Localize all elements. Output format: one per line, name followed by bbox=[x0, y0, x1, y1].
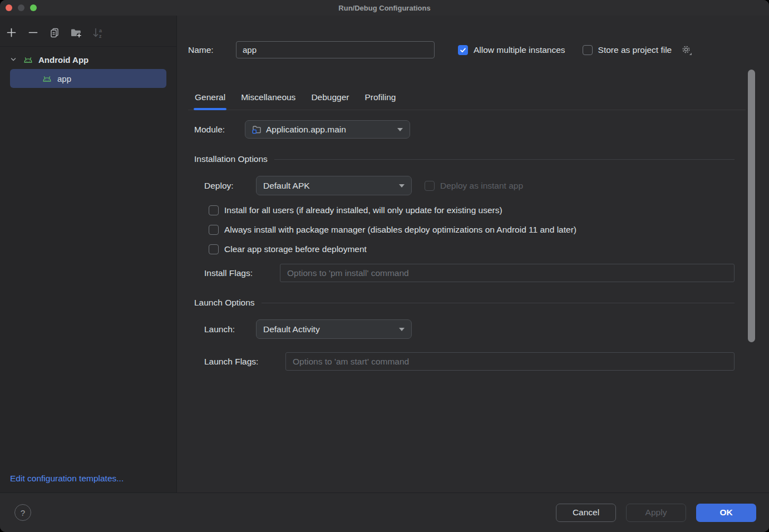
dropdown-caret-icon bbox=[397, 128, 403, 131]
store-as-project-file-checkbox[interactable] bbox=[583, 45, 593, 55]
section-divider bbox=[262, 303, 735, 303]
configuration-editor-panel: Name: Allow multiple instances Store as … bbox=[177, 16, 769, 492]
dropdown-caret-icon bbox=[399, 184, 405, 188]
deploy-instant-app-option: Deploy as instant app bbox=[425, 181, 523, 191]
store-as-project-file-option: Store as project file bbox=[583, 44, 693, 56]
chevron-down-icon[interactable] bbox=[9, 55, 18, 64]
launch-row: Launch: Default Activity bbox=[204, 319, 412, 339]
titlebar: Run/Debug Configurations bbox=[0, 0, 769, 16]
help-icon: ? bbox=[21, 508, 25, 518]
launch-options-section: Launch Options bbox=[194, 297, 735, 308]
allow-multiple-instances-label: Allow multiple instances bbox=[474, 45, 565, 55]
configuration-tree: Android App app bbox=[0, 47, 176, 88]
deploy-dropdown[interactable]: Default APK bbox=[256, 176, 412, 195]
installation-options-section: Installation Options bbox=[194, 154, 735, 165]
allow-multiple-instances-checkbox[interactable] bbox=[458, 45, 468, 55]
vertical-scrollbar-thumb[interactable] bbox=[748, 70, 755, 342]
dropdown-caret-icon bbox=[399, 328, 405, 331]
install-for-all-users-label: Install for all users (if already instal… bbox=[224, 205, 502, 215]
deploy-row: Deploy: Default APK Deploy as instant ap… bbox=[204, 176, 523, 195]
copy-icon[interactable] bbox=[48, 26, 61, 40]
tab-debugger[interactable]: Debugger bbox=[311, 85, 349, 110]
tab-bar: General Miscellaneous Debugger Profiling bbox=[188, 85, 746, 110]
deploy-value: Default APK bbox=[263, 181, 310, 191]
deploy-instant-app-checkbox bbox=[425, 181, 435, 191]
module-row: Module: Application.app.main bbox=[194, 120, 410, 139]
run-debug-configurations-dialog: Run/Debug Configurations bbox=[0, 0, 769, 532]
deploy-instant-app-label: Deploy as instant app bbox=[440, 181, 523, 191]
install-for-all-users-checkbox[interactable] bbox=[209, 205, 219, 215]
zoom-window-button[interactable] bbox=[30, 4, 37, 11]
name-input[interactable] bbox=[236, 41, 435, 58]
tab-general[interactable]: General bbox=[195, 85, 225, 110]
remove-icon[interactable] bbox=[26, 26, 40, 40]
launch-label: Launch: bbox=[204, 324, 256, 334]
launch-flags-row: Launch Flags: bbox=[204, 352, 735, 371]
apply-button: Apply bbox=[626, 504, 686, 522]
install-flags-input[interactable] bbox=[280, 264, 735, 282]
launch-dropdown[interactable]: Default Activity bbox=[256, 319, 412, 339]
clear-app-storage-label: Clear app storage before deployment bbox=[224, 244, 367, 254]
tree-group-label: Android App bbox=[38, 55, 88, 65]
edit-configuration-templates-link[interactable]: Edit configuration templates... bbox=[10, 474, 124, 484]
dialog-footer: ? Cancel Apply OK bbox=[0, 492, 769, 532]
name-row: Name: Allow multiple instances Store as … bbox=[188, 41, 692, 59]
always-install-package-manager-checkbox[interactable] bbox=[209, 225, 219, 235]
launch-flags-label: Launch Flags: bbox=[204, 357, 285, 367]
ok-button[interactable]: OK bbox=[696, 504, 756, 522]
module-label: Module: bbox=[194, 125, 245, 135]
tree-item-label: app bbox=[57, 74, 71, 83]
install-flags-row: Install Flags: bbox=[204, 263, 735, 283]
module-icon bbox=[252, 125, 262, 134]
gear-icon[interactable] bbox=[681, 44, 692, 56]
allow-multiple-instances-option: Allow multiple instances bbox=[458, 45, 565, 55]
store-as-project-file-label: Store as project file bbox=[598, 45, 672, 55]
launch-value: Default Activity bbox=[263, 324, 320, 334]
clear-app-storage-option: Clear app storage before deployment bbox=[209, 244, 367, 254]
clear-app-storage-checkbox[interactable] bbox=[209, 244, 219, 254]
module-value: Application.app.main bbox=[266, 125, 346, 135]
svg-text:z: z bbox=[99, 33, 102, 38]
module-dropdown[interactable]: Application.app.main bbox=[245, 120, 410, 139]
name-label: Name: bbox=[188, 45, 236, 55]
android-icon bbox=[23, 55, 33, 64]
tab-miscellaneous[interactable]: Miscellaneous bbox=[241, 85, 295, 110]
new-folder-icon[interactable] bbox=[70, 26, 83, 40]
tree-group-android-app[interactable]: Android App bbox=[0, 51, 176, 68]
traffic-lights bbox=[6, 4, 37, 11]
installation-options-title: Installation Options bbox=[194, 154, 268, 164]
minimize-window-button[interactable] bbox=[18, 4, 24, 11]
tab-profiling[interactable]: Profiling bbox=[364, 85, 396, 110]
launch-flags-input[interactable] bbox=[285, 352, 735, 371]
add-icon[interactable] bbox=[4, 26, 18, 40]
sort-alpha-icon[interactable]: a z bbox=[91, 26, 105, 40]
help-button[interactable]: ? bbox=[14, 504, 31, 521]
close-window-button[interactable] bbox=[6, 4, 12, 11]
checkmark-icon bbox=[459, 46, 467, 54]
configurations-sidebar: a z bbox=[0, 16, 177, 492]
section-divider bbox=[274, 159, 735, 160]
launch-options-title: Launch Options bbox=[194, 298, 255, 308]
always-install-package-manager-option: Always install with package manager (dis… bbox=[209, 225, 576, 235]
tree-item-app-selected[interactable]: app bbox=[10, 69, 166, 88]
install-flags-label: Install Flags: bbox=[204, 268, 280, 278]
install-for-all-users-option: Install for all users (if already instal… bbox=[209, 205, 502, 215]
android-icon bbox=[42, 74, 52, 83]
cancel-button[interactable]: Cancel bbox=[556, 504, 616, 522]
sidebar-toolbar: a z bbox=[0, 16, 176, 47]
always-install-package-manager-label: Always install with package manager (dis… bbox=[224, 225, 576, 235]
deploy-label: Deploy: bbox=[204, 181, 256, 191]
svg-text:a: a bbox=[99, 27, 102, 33]
window-title: Run/Debug Configurations bbox=[338, 4, 430, 12]
